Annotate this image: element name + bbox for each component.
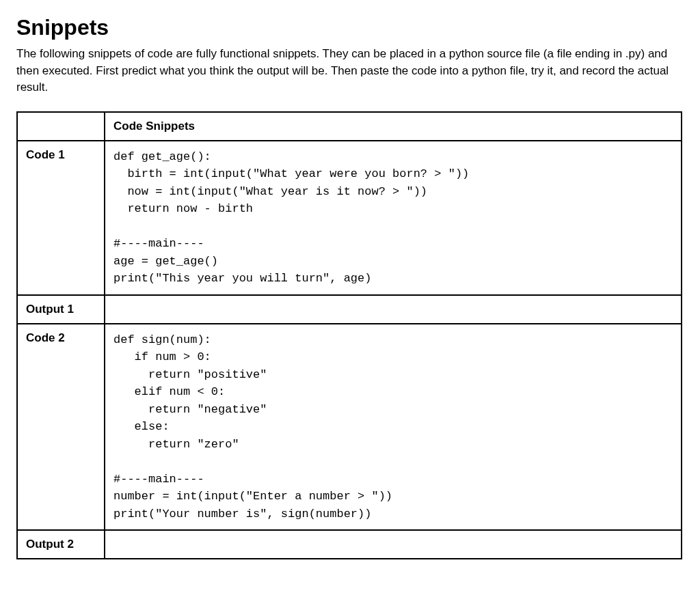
row-label-code-2: Code 2 <box>17 324 105 531</box>
table-row: Output 2 <box>17 530 682 559</box>
table-header-row: Code Snippets <box>17 112 682 141</box>
intro-paragraph: The following snippets of code are fully… <box>16 46 673 96</box>
code-snippets-table: Code Snippets Code 1 def get_age(): birt… <box>16 111 682 560</box>
row-content-code-1: def get_age(): birth = int(input("What y… <box>105 141 682 295</box>
code-block: def sign(num): if num > 0: return "posit… <box>113 331 673 523</box>
table-row: Code 1 def get_age(): birth = int(input(… <box>17 141 682 295</box>
row-content-code-2: def sign(num): if num > 0: return "posit… <box>105 324 682 531</box>
row-label-code-1: Code 1 <box>17 141 105 295</box>
table-row: Code 2 def sign(num): if num > 0: return… <box>17 324 682 531</box>
row-content-output-1 <box>105 295 682 324</box>
row-label-output-1: Output 1 <box>17 295 105 324</box>
code-block: def get_age(): birth = int(input("What y… <box>113 148 673 288</box>
table-header-content: Code Snippets <box>105 112 682 141</box>
page-heading: Snippets <box>16 15 684 40</box>
table-row: Output 1 <box>17 295 682 324</box>
table-header-label <box>17 112 105 141</box>
row-content-output-2 <box>105 530 682 559</box>
row-label-output-2: Output 2 <box>17 530 105 559</box>
